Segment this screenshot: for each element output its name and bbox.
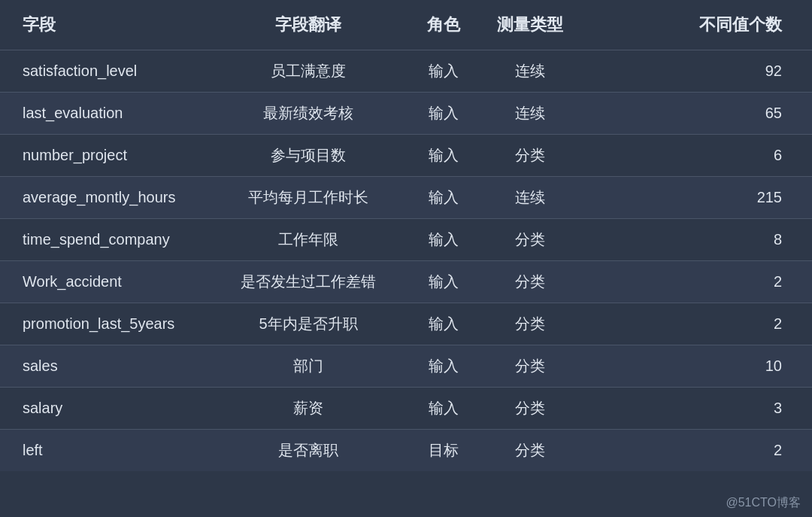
- cell-translation: 5年内是否升职: [211, 303, 406, 345]
- table-row: left是否离职目标分类2: [0, 430, 812, 472]
- watermark: @51CTO博客: [726, 495, 801, 511]
- cell-translation: 是否离职: [211, 430, 406, 472]
- table-row: average_montly_hours平均每月工作时长输入连续215: [0, 177, 812, 219]
- cell-measure_type: 分类: [481, 219, 579, 261]
- cell-measure_type: 连续: [481, 50, 579, 93]
- table-row: time_spend_company工作年限输入分类8: [0, 219, 812, 261]
- col-header-translation: 字段翻译: [211, 0, 406, 50]
- cell-field: satisfaction_level: [0, 50, 211, 93]
- cell-role: 输入: [406, 219, 481, 261]
- cell-role: 目标: [406, 430, 481, 472]
- cell-field: last_evaluation: [0, 93, 211, 135]
- table-header-row: 字段 字段翻译 角色 测量类型 不同值个数: [0, 0, 812, 50]
- cell-distinct_count: 2: [579, 261, 812, 303]
- table-container: 字段 字段翻译 角色 测量类型 不同值个数 satisfaction_level…: [0, 0, 812, 517]
- cell-measure_type: 分类: [481, 345, 579, 388]
- cell-measure_type: 分类: [481, 303, 579, 345]
- cell-measure_type: 分类: [481, 261, 579, 303]
- cell-measure_type: 分类: [481, 430, 579, 472]
- cell-role: 输入: [406, 345, 481, 388]
- cell-distinct_count: 8: [579, 219, 812, 261]
- cell-distinct_count: 92: [579, 50, 812, 93]
- cell-distinct_count: 215: [579, 177, 812, 219]
- cell-translation: 参与项目数: [211, 135, 406, 177]
- table-row: last_evaluation最新绩效考核输入连续65: [0, 93, 812, 135]
- table-row: salary薪资输入分类3: [0, 388, 812, 430]
- cell-role: 输入: [406, 388, 481, 430]
- cell-distinct_count: 3: [579, 388, 812, 430]
- cell-field: average_montly_hours: [0, 177, 211, 219]
- cell-field: number_project: [0, 135, 211, 177]
- cell-translation: 最新绩效考核: [211, 93, 406, 135]
- cell-distinct_count: 6: [579, 135, 812, 177]
- data-table: 字段 字段翻译 角色 测量类型 不同值个数 satisfaction_level…: [0, 0, 812, 471]
- cell-translation: 平均每月工作时长: [211, 177, 406, 219]
- cell-measure_type: 连续: [481, 93, 579, 135]
- cell-translation: 是否发生过工作差错: [211, 261, 406, 303]
- cell-measure_type: 分类: [481, 135, 579, 177]
- cell-measure_type: 分类: [481, 388, 579, 430]
- cell-field: left: [0, 430, 211, 472]
- cell-role: 输入: [406, 135, 481, 177]
- cell-translation: 员工满意度: [211, 50, 406, 93]
- col-header-field: 字段: [0, 0, 211, 50]
- cell-distinct_count: 10: [579, 345, 812, 388]
- table-row: Work_accident是否发生过工作差错输入分类2: [0, 261, 812, 303]
- cell-role: 输入: [406, 93, 481, 135]
- col-header-role: 角色: [406, 0, 481, 50]
- col-header-measure-type: 测量类型: [481, 0, 579, 50]
- cell-translation: 薪资: [211, 388, 406, 430]
- cell-translation: 工作年限: [211, 219, 406, 261]
- cell-distinct_count: 2: [579, 430, 812, 472]
- table-row: satisfaction_level员工满意度输入连续92: [0, 50, 812, 93]
- cell-field: time_spend_company: [0, 219, 211, 261]
- cell-role: 输入: [406, 50, 481, 93]
- table-row: promotion_last_5years5年内是否升职输入分类2: [0, 303, 812, 345]
- cell-field: promotion_last_5years: [0, 303, 211, 345]
- table-row: sales部门输入分类10: [0, 345, 812, 388]
- col-header-distinct-count: 不同值个数: [579, 0, 812, 50]
- cell-field: salary: [0, 388, 211, 430]
- cell-translation: 部门: [211, 345, 406, 388]
- cell-role: 输入: [406, 303, 481, 345]
- cell-role: 输入: [406, 177, 481, 219]
- cell-distinct_count: 65: [579, 93, 812, 135]
- cell-field: sales: [0, 345, 211, 388]
- cell-distinct_count: 2: [579, 303, 812, 345]
- table-row: number_project参与项目数输入分类6: [0, 135, 812, 177]
- cell-role: 输入: [406, 261, 481, 303]
- cell-field: Work_accident: [0, 261, 211, 303]
- cell-measure_type: 连续: [481, 177, 579, 219]
